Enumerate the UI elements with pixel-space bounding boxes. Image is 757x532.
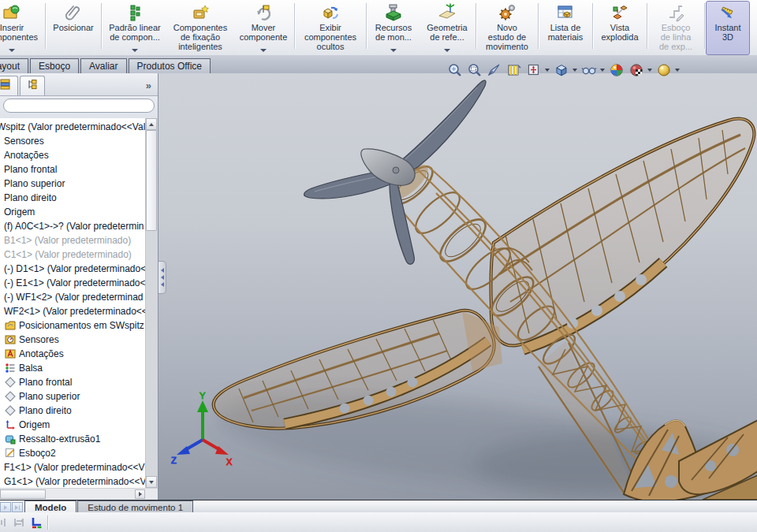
bill-of-materials-button[interactable]: Lista de materiais bbox=[539, 1, 591, 55]
instant-3d-button[interactable]: Instant 3D bbox=[706, 1, 750, 55]
scroll-up-button[interactable] bbox=[146, 118, 157, 130]
tree-item-component-a0c[interactable]: (f) A0C<1>->? (Valor predetermin bbox=[0, 219, 146, 233]
instant-3d-icon bbox=[718, 2, 737, 23]
linear-pattern-button[interactable]: Padrão linear de compon... bbox=[103, 1, 167, 55]
apply-scene-dropdown-arrow[interactable] bbox=[647, 69, 652, 72]
hide-show-items-dropdown-arrow[interactable] bbox=[600, 69, 605, 72]
new-motion-study-button[interactable]: Novo estudo de movimento bbox=[477, 1, 537, 55]
explode-line-sketch-icon bbox=[666, 2, 685, 23]
collapse-left-icon bbox=[161, 275, 164, 280]
status-bar bbox=[0, 512, 757, 532]
tree-item-balsa-material[interactable]: Balsa bbox=[0, 361, 146, 375]
edit-appearance-icon[interactable] bbox=[609, 62, 625, 78]
panel-expand-chevron[interactable]: » bbox=[146, 80, 151, 91]
tab-avaliar[interactable]: Avaliar bbox=[80, 58, 126, 73]
tree-item-component-d1[interactable]: (-) D1<1> (Valor predeterminado< bbox=[0, 262, 146, 276]
horizontal-scroll-thumb[interactable] bbox=[0, 489, 46, 499]
tree-item-component-c1[interactable]: C1<1> (Valor predeterminado) bbox=[0, 247, 146, 262]
tree-item-component-f1[interactable]: F1<1> (Valor predeterminado<<V bbox=[0, 460, 146, 474]
tab-layout[interactable]: Layout bbox=[0, 58, 28, 73]
tree-item-plano-frontal[interactable]: Plano frontal bbox=[0, 162, 146, 177]
scroll-down-button[interactable] bbox=[146, 476, 157, 488]
tree-item-component-g1[interactable]: G1<1> (Valor predeterminado<<V bbox=[0, 474, 146, 488]
dropdown-arrow-icon bbox=[390, 49, 397, 52]
tree-item-ressalto-extrusao1[interactable]: Ressalto-extrusão1 bbox=[0, 432, 146, 446]
exploded-view-button[interactable]: Vista explodida bbox=[594, 1, 646, 55]
smart-fasteners-button[interactable]: Componentes de fixação inteligentes bbox=[167, 1, 233, 55]
view-orientation-icon[interactable] bbox=[526, 62, 542, 78]
tree-item-component-wf2[interactable]: WF2<1> (Valor predeterminado<< bbox=[0, 304, 146, 318]
scroll-tabs-icon bbox=[4, 505, 7, 510]
reference-geometry-button[interactable]: Geometria de refe... bbox=[420, 1, 475, 55]
section-view-icon[interactable] bbox=[506, 62, 522, 78]
vertical-scroll-thumb[interactable] bbox=[146, 130, 157, 231]
mate-button[interactable]: Posicionar bbox=[47, 1, 100, 55]
main-area: » SWspitz (Valor predeterminado<<Val Sen… bbox=[0, 73, 757, 500]
zoom-to-area-icon[interactable] bbox=[467, 62, 483, 78]
show-hidden-components-button[interactable]: Exibir componentes ocultos bbox=[296, 1, 365, 55]
tab-modelo[interactable]: Modelo bbox=[24, 500, 76, 513]
reference-geometry-icon bbox=[438, 2, 457, 23]
assembly-features-button[interactable]: Recursos de mon... bbox=[367, 1, 420, 55]
tab-feature-manager[interactable] bbox=[0, 76, 18, 95]
apply-scene-icon[interactable] bbox=[628, 62, 644, 78]
tab-display-manager[interactable] bbox=[20, 76, 45, 95]
display-style-dropdown-arrow[interactable] bbox=[572, 69, 577, 72]
view-settings-icon[interactable] bbox=[656, 62, 672, 78]
explode-line-sketch-button[interactable]: Esboço de linha de exp... bbox=[648, 1, 703, 55]
zoom-to-fit-icon[interactable] bbox=[447, 62, 463, 78]
panel-splitter-handle[interactable] bbox=[158, 261, 166, 294]
tab-estudo-de-movimento[interactable]: Estudo de movimento 1 bbox=[77, 500, 193, 513]
tree-item-plano-direito[interactable]: Plano direito bbox=[0, 191, 146, 205]
exploded-view-icon bbox=[610, 2, 629, 23]
hide-show-items-icon[interactable] bbox=[581, 62, 597, 78]
toolbar-separator bbox=[101, 3, 102, 49]
tree-item-posicionamentos[interactable]: Posicionamentos em SWspitz bbox=[0, 318, 146, 333]
tab-scroll-left-button[interactable] bbox=[0, 502, 11, 512]
scroll-tabs-end-icon bbox=[15, 505, 21, 510]
tab-esboco[interactable]: Esboço bbox=[30, 58, 79, 73]
move-component-button[interactable]: Mover componente bbox=[233, 1, 293, 55]
tab-produtos-office[interactable]: Produtos Office bbox=[129, 58, 211, 73]
tree-item-anotacoes-2[interactable]: Anotações bbox=[0, 347, 146, 361]
svg-text:X: X bbox=[226, 457, 233, 467]
tree-item-origem[interactable]: Origem bbox=[0, 205, 146, 219]
tree-item-assembly-root[interactable]: SWspitz (Valor predeterminado<<Val bbox=[0, 120, 146, 134]
display-style-icon[interactable] bbox=[554, 62, 569, 78]
view-orientation-dropdown-arrow[interactable] bbox=[545, 69, 550, 72]
tree-item-component-b1[interactable]: B1<1> (Valor predeterminado) bbox=[0, 233, 146, 247]
tree-item-plano-superior[interactable]: Plano superior bbox=[0, 177, 146, 191]
svg-text:Y: Y bbox=[200, 391, 206, 400]
insert-components-button[interactable]: Inserir componentes bbox=[0, 1, 44, 55]
tree-item-plano-direito-2[interactable]: Plano direito bbox=[0, 404, 146, 418]
paperclip-icon bbox=[64, 2, 83, 23]
plane-icon bbox=[4, 391, 16, 403]
collapse-left-icon bbox=[161, 282, 164, 287]
viewport-3d[interactable]: Y Z X bbox=[158, 73, 757, 500]
view-settings-dropdown-arrow[interactable] bbox=[675, 69, 680, 72]
material-icon bbox=[4, 363, 16, 374]
zoom-to-selection-icon[interactable] bbox=[487, 62, 502, 78]
tree-item-component-e1[interactable]: (-) E1<1> (Valor predeterminado< bbox=[0, 276, 146, 290]
feature-filter-input[interactable] bbox=[3, 99, 155, 113]
orientation-triad: Y Z X bbox=[170, 391, 236, 467]
tree-item-component-wf1[interactable]: (-) WF1<2> (Valor predeterminad bbox=[0, 290, 146, 304]
tree-item-anotacoes[interactable]: Anotações bbox=[0, 148, 146, 162]
scroll-right-button[interactable] bbox=[135, 489, 145, 499]
tree-item-esboco2[interactable]: Esboço2 bbox=[0, 446, 146, 460]
tree-item-plano-frontal-2[interactable]: Plano frontal bbox=[0, 375, 146, 389]
show-hidden-components-icon bbox=[321, 2, 340, 23]
plane-icon bbox=[4, 405, 16, 417]
tree-item-origem-2[interactable]: Origem bbox=[0, 418, 146, 432]
tree-item-sensores-2[interactable]: Sensores bbox=[0, 333, 146, 347]
tree-item-sensores[interactable]: Sensores bbox=[0, 134, 146, 148]
right-arrow-icon bbox=[139, 492, 142, 497]
rebuild-status-icon[interactable] bbox=[13, 516, 25, 529]
dropdown-arrow-icon bbox=[9, 49, 15, 52]
panel-tab-bar: » bbox=[0, 73, 158, 96]
tab-scroll-right-button[interactable] bbox=[12, 502, 23, 512]
tree-item-plano-superior-2[interactable]: Plano superior bbox=[0, 389, 146, 404]
smart-fasteners-icon bbox=[191, 2, 210, 23]
units-status-icon[interactable] bbox=[30, 516, 43, 529]
origin-icon bbox=[4, 419, 16, 431]
